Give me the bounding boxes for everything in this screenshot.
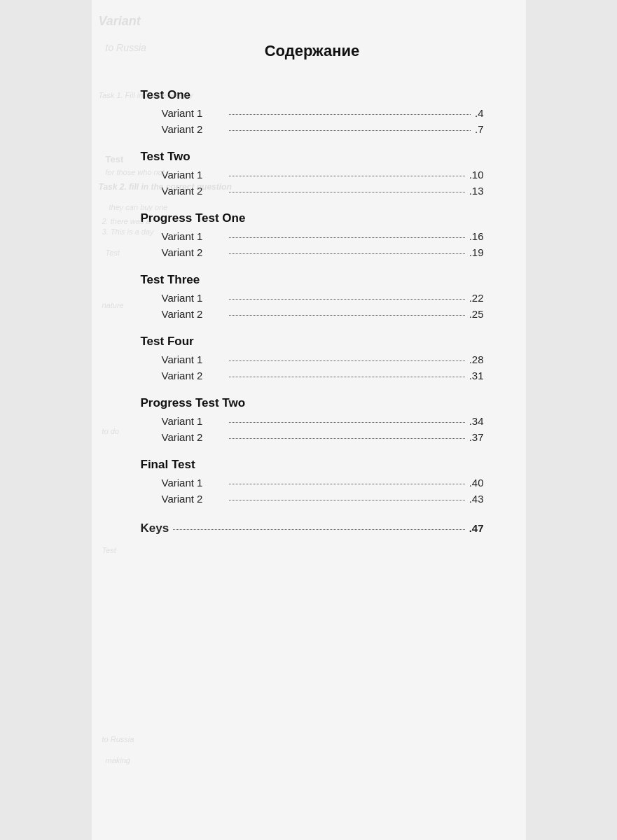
toc-entry-label: Variant 2 [162, 493, 225, 505]
toc-entry-test-one-1: Variant 1.4 [141, 105, 484, 121]
toc-entry-dots [229, 422, 465, 423]
toc-entry-label: Variant 1 [162, 354, 225, 365]
watermark-13: Test [102, 546, 116, 554]
keys-label: Keys [141, 522, 169, 536]
toc-entry-label: Variant 2 [162, 370, 225, 382]
section-progress-test-two: Progress Test TwoVariant 1.34Variant 2.3… [141, 396, 484, 445]
toc-entry-dots [229, 377, 465, 377]
watermark-4: Test [106, 154, 124, 164]
toc-entry-dots [229, 192, 465, 192]
keys-page: .47 [469, 522, 484, 534]
toc-entry-page: .28 [469, 354, 484, 365]
toc-entry-final-test-2: Variant 2.43 [141, 491, 484, 507]
keys-entry: Keys .47 [141, 519, 484, 538]
toc-entry-dots [229, 253, 465, 254]
watermark-12: to do [102, 427, 119, 435]
section-heading-test-three: Test Three [141, 273, 484, 287]
toc-entry-page: .25 [469, 308, 484, 320]
watermark-15: making [106, 756, 130, 764]
toc-entry-page: .37 [469, 431, 484, 443]
toc-entry-dots [229, 237, 465, 238]
toc-entry-test-one-2: Variant 2.7 [141, 121, 484, 137]
section-test-three: Test ThreeVariant 1.22Variant 2.25 [141, 273, 484, 322]
toc-entry-page: .34 [469, 415, 484, 427]
toc-entry-label: Variant 2 [162, 431, 225, 443]
toc-entry-progress-test-one-1: Variant 1.16 [141, 228, 484, 244]
toc-entry-page: .13 [469, 185, 484, 197]
toc-entry-dots [229, 484, 465, 484]
toc-entry-test-three-1: Variant 1.22 [141, 290, 484, 306]
watermark-10: Test [106, 248, 120, 257]
section-heading-progress-test-two: Progress Test Two [141, 396, 484, 410]
toc-entry-label: Variant 1 [162, 292, 225, 304]
toc-entry-dots [229, 360, 465, 361]
section-heading-test-two: Test Two [141, 150, 484, 164]
toc-entry-label: Variant 2 [162, 308, 225, 320]
toc-entry-final-test-1: Variant 1.40 [141, 475, 484, 491]
toc-entry-label: Variant 2 [162, 246, 225, 258]
page-title: Содержание [141, 42, 484, 60]
section-heading-test-one: Test One [141, 88, 484, 102]
toc-entry-label: Variant 1 [162, 169, 225, 181]
toc-entry-page: .31 [469, 370, 484, 382]
toc-entry-dots [229, 299, 465, 300]
toc-entry-label: Variant 1 [162, 477, 225, 489]
section-heading-progress-test-one: Progress Test One [141, 211, 484, 225]
toc-entry-label: Variant 2 [162, 185, 225, 197]
section-test-one: Test OneVariant 1.4Variant 2.7 [141, 88, 484, 137]
toc-entry-dots [229, 176, 465, 176]
toc-entry-progress-test-two-1: Variant 1.34 [141, 413, 484, 429]
toc-entry-test-four-1: Variant 1.28 [141, 351, 484, 368]
toc-entry-page: .22 [469, 292, 484, 304]
toc-entry-test-three-2: Variant 2.25 [141, 306, 484, 322]
toc-entry-page: .7 [475, 123, 484, 135]
toc-entry-progress-test-one-2: Variant 2.19 [141, 244, 484, 260]
watermark-1: Variant [99, 14, 141, 29]
toc-entry-progress-test-two-2: Variant 2.37 [141, 429, 484, 445]
watermark-14: to Russia [102, 735, 134, 743]
toc-entry-dots [229, 114, 471, 115]
toc-entry-test-two-1: Variant 1.10 [141, 167, 484, 183]
toc-container: Test OneVariant 1.4Variant 2.7Test TwoVa… [141, 88, 484, 507]
watermark-11: nature [102, 301, 124, 309]
toc-entry-dots [229, 130, 471, 131]
toc-entry-label: Variant 1 [162, 230, 225, 242]
toc-entry-page: .4 [475, 107, 484, 119]
toc-entry-dots [229, 438, 465, 439]
toc-entry-label: Variant 1 [162, 107, 225, 119]
section-progress-test-one: Progress Test OneVariant 1.16Variant 2.1… [141, 211, 484, 260]
toc-entry-page: .10 [469, 169, 484, 181]
section-heading-test-four: Test Four [141, 335, 484, 349]
toc-entry-test-two-2: Variant 2.13 [141, 183, 484, 199]
section-heading-final-test: Final Test [141, 458, 484, 472]
section-test-two: Test TwoVariant 1.10Variant 2.13 [141, 150, 484, 199]
section-final-test: Final TestVariant 1.40Variant 2.43 [141, 458, 484, 507]
toc-entry-page: .40 [469, 477, 484, 489]
toc-entry-page: .19 [469, 246, 484, 258]
keys-dots [173, 529, 465, 530]
section-test-four: Test FourVariant 1.28Variant 2.31 [141, 335, 484, 384]
page: Variant to Russia Task 1. Fill in the ne… [92, 0, 526, 840]
toc-entry-label: Variant 1 [162, 415, 225, 427]
toc-entry-label: Variant 2 [162, 123, 225, 135]
toc-entry-dots [229, 315, 465, 316]
toc-entry-dots [229, 500, 465, 500]
toc-entry-page: .43 [469, 493, 484, 505]
toc-entry-page: .16 [469, 230, 484, 242]
toc-entry-test-four-2: Variant 2.31 [141, 368, 484, 384]
